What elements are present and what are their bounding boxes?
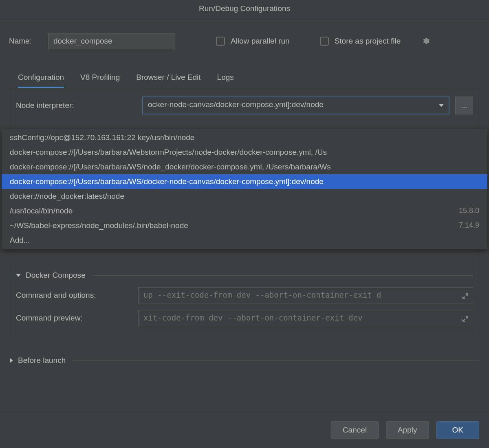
command-preview-input[interactable]: xit-code-from dev --abort-on-container-e… (138, 310, 473, 326)
dropdown-item[interactable]: docker://node_docker:latest/node (2, 189, 487, 204)
before-launch-section-header[interactable]: Before launch (10, 356, 479, 365)
expand-icon[interactable] (462, 315, 469, 321)
dropdown-item[interactable]: docker-compose://[/Users/barbara/WS/dock… (2, 174, 487, 189)
docker-compose-section-header[interactable]: Docker Compose (16, 271, 473, 280)
name-label: Name: (9, 37, 32, 46)
dropdown-item-label: Add... (10, 236, 30, 245)
dropdown-item-label: /usr/local/bin/node (10, 206, 73, 215)
command-preview-value: xit-code-from dev --abort-on-container-e… (143, 313, 363, 322)
dropdown-item-version: 7.14.9 (459, 221, 479, 230)
dialog-title: Run/Debug Configurations (0, 0, 489, 20)
dropdown-item[interactable]: sshConfig://opc@152.70.163.161:22 key/us… (2, 130, 487, 145)
command-options-value: up --exit-code-from dev --abort-on-conta… (143, 290, 381, 299)
dropdown-item[interactable]: /usr/local/bin/node15.8.0 (2, 204, 487, 218)
dropdown-item[interactable]: docker-compose://[/Users/barbara/WS/node… (2, 160, 487, 174)
chevron-down-icon (439, 104, 444, 107)
ok-button[interactable]: OK (436, 421, 479, 439)
before-launch-title: Before launch (18, 356, 66, 365)
store-project-file-label: Store as project file (335, 37, 401, 46)
tab-browser-live-edit[interactable]: Browser / Live Edit (136, 69, 200, 88)
node-interpreter-combo[interactable]: ocker-node-canvas/docker-compose.yml]:de… (142, 97, 449, 114)
docker-compose-title: Docker Compose (26, 271, 86, 280)
expand-icon[interactable] (462, 292, 469, 299)
allow-parallel-checkbox[interactable] (216, 37, 225, 46)
chevron-right-icon (10, 358, 13, 363)
dropdown-item-version: 15.8.0 (459, 206, 479, 215)
tab-logs[interactable]: Logs (217, 69, 234, 88)
dropdown-item-label: ~/WS/babel-express/node_modules/.bin/bab… (10, 221, 188, 230)
dropdown-item-label: docker-compose://[/Users/barbara/WS/node… (10, 163, 331, 171)
node-interpreter-value: ocker-node-canvas/docker-compose.yml]:de… (148, 100, 324, 109)
command-options-input[interactable]: up --exit-code-from dev --abort-on-conta… (138, 287, 473, 303)
command-preview-label: Command preview: (16, 314, 138, 323)
dropdown-item[interactable]: docker-compose://[/Users/barbara/Webstor… (2, 145, 487, 160)
dropdown-item-label: sshConfig://opc@152.70.163.161:22 key/us… (10, 133, 194, 142)
command-options-label: Command and options: (16, 291, 138, 300)
section-line (73, 360, 479, 361)
apply-button[interactable]: Apply (386, 421, 429, 439)
name-input[interactable] (48, 33, 175, 49)
dropdown-item-label: docker-compose://[/Users/barbara/Webstor… (10, 148, 327, 157)
cancel-button[interactable]: Cancel (331, 421, 379, 439)
dropdown-item[interactable]: ~/WS/babel-express/node_modules/.bin/bab… (2, 218, 487, 233)
allow-parallel-label: Allow parallel run (231, 37, 290, 46)
gear-icon[interactable] (422, 37, 430, 45)
dropdown-item-label: docker-compose://[/Users/barbara/WS/dock… (10, 177, 324, 186)
dropdown-item[interactable]: Add... (2, 233, 487, 248)
tab-v8-profiling[interactable]: V8 Profiling (80, 69, 120, 88)
browse-button[interactable]: ... (455, 97, 473, 114)
store-project-file-checkbox[interactable] (320, 37, 329, 46)
interpreter-dropdown: sshConfig://opc@152.70.163.161:22 key/us… (2, 129, 487, 249)
section-line (93, 275, 473, 276)
chevron-down-icon (16, 274, 21, 277)
node-interpreter-label: Node interpreter: (16, 101, 142, 110)
dropdown-item-label: docker://node_docker:latest/node (10, 192, 124, 201)
tab-configuration[interactable]: Configuration (18, 69, 64, 88)
